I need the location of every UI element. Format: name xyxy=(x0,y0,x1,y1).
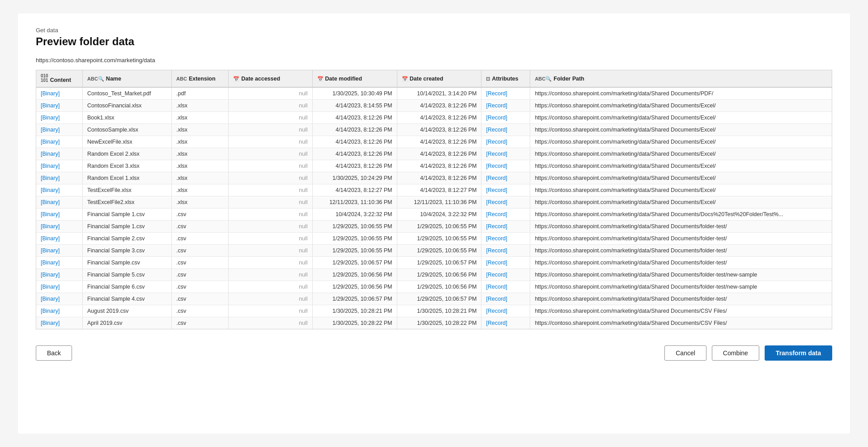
cell-attributes[interactable]: [Record] xyxy=(481,184,530,196)
cell-content[interactable]: [Binary] xyxy=(36,172,83,184)
cell-content[interactable]: [Binary] xyxy=(36,293,83,305)
cell-content[interactable]: [Binary] xyxy=(36,317,83,329)
cell-attributes[interactable]: [Record] xyxy=(481,269,530,281)
cell-content[interactable]: [Binary] xyxy=(36,100,83,112)
cell-date-modified: 1/29/2025, 10:06:55 PM xyxy=(312,221,397,233)
abc-icon-ext: ABC xyxy=(176,76,187,81)
cell-attributes[interactable]: [Record] xyxy=(481,221,530,233)
cell-name: Financial Sample 1.csv xyxy=(83,221,172,233)
col-header-date-modified[interactable]: 📅Date modified xyxy=(312,70,397,87)
cell-date-created: 4/14/2023, 8:12:26 PM xyxy=(397,136,481,148)
cell-content[interactable]: [Binary] xyxy=(36,269,83,281)
cell-date-created: 1/29/2025, 10:06:55 PM xyxy=(397,233,481,245)
table-row: [Binary]Random Excel 2.xlsx.xlsxnull4/14… xyxy=(36,148,832,160)
cell-attributes[interactable]: [Record] xyxy=(481,305,530,317)
table-row: [Binary]April 2019.csv.csvnull1/30/2025,… xyxy=(36,317,832,329)
cell-folder-path: https://contoso.sharepoint.com/marketing… xyxy=(530,209,832,221)
cell-extension: .xlsx xyxy=(172,124,229,136)
cell-content[interactable]: [Binary] xyxy=(36,305,83,317)
cell-content[interactable]: [Binary] xyxy=(36,160,83,172)
cell-name: Contoso_Test_Market.pdf xyxy=(83,87,172,100)
cell-content[interactable]: [Binary] xyxy=(36,148,83,160)
cell-attributes[interactable]: [Record] xyxy=(481,112,530,124)
cell-attributes[interactable]: [Record] xyxy=(481,233,530,245)
cell-attributes[interactable]: [Record] xyxy=(481,148,530,160)
table-row: [Binary]ContosoSample.xlsx.xlsxnull4/14/… xyxy=(36,124,832,136)
cell-folder-path: https://contoso.sharepoint.com/marketing… xyxy=(530,245,832,257)
cell-attributes[interactable]: [Record] xyxy=(481,100,530,112)
cell-date-created: 4/14/2023, 8:12:26 PM xyxy=(397,112,481,124)
cell-extension: .xlsx xyxy=(172,100,229,112)
cell-name: Financial Sample 6.csv xyxy=(83,281,172,293)
cell-name: August 2019.csv xyxy=(83,305,172,317)
table-row: [Binary]Financial Sample 1.csv.csvnull1/… xyxy=(36,221,832,233)
cell-date-modified: 1/30/2025, 10:30:49 PM xyxy=(312,87,397,100)
col-header-date-accessed[interactable]: 📅Date accessed xyxy=(229,70,312,87)
combine-button[interactable]: Combine xyxy=(712,345,759,361)
cell-attributes[interactable]: [Record] xyxy=(481,160,530,172)
cell-date-created: 10/4/2024, 3:22:32 PM xyxy=(397,209,481,221)
cell-content[interactable]: [Binary] xyxy=(36,221,83,233)
cell-attributes[interactable]: [Record] xyxy=(481,245,530,257)
cell-content[interactable]: [Binary] xyxy=(36,124,83,136)
col-header-folder-path[interactable]: ABC🔍Folder Path xyxy=(530,70,832,87)
back-button[interactable]: Back xyxy=(36,345,72,361)
cell-attributes[interactable]: [Record] xyxy=(481,196,530,209)
cell-date-modified: 1/30/2025, 10:28:21 PM xyxy=(312,305,397,317)
col-header-attributes[interactable]: ⊡Attributes xyxy=(481,70,530,87)
col-header-date-created[interactable]: 📅Date created xyxy=(397,70,481,87)
cell-date-modified: 1/29/2025, 10:06:57 PM xyxy=(312,257,397,269)
cell-attributes[interactable]: [Record] xyxy=(481,87,530,100)
cell-content[interactable]: [Binary] xyxy=(36,184,83,196)
cell-folder-path: https://contoso.sharepoint.com/marketing… xyxy=(530,172,832,184)
cell-name: Financial Sample 3.csv xyxy=(83,245,172,257)
cancel-button[interactable]: Cancel xyxy=(664,345,706,361)
table-row: [Binary]Financial Sample 3.csv.csvnull1/… xyxy=(36,245,832,257)
get-data-label: Get data xyxy=(36,27,832,34)
preview-table: 010101Content ABC🔍Name ABCExtension 📅Dat… xyxy=(36,70,832,329)
cell-date-accessed: null xyxy=(229,257,312,269)
binary-icon: 010101 xyxy=(41,74,48,83)
cell-attributes[interactable]: [Record] xyxy=(481,136,530,148)
transform-data-button[interactable]: Transform data xyxy=(765,345,832,361)
cell-attributes[interactable]: [Record] xyxy=(481,172,530,184)
cell-attributes[interactable]: [Record] xyxy=(481,281,530,293)
cell-name: TestExcelFile2.xlsx xyxy=(83,196,172,209)
cell-content[interactable]: [Binary] xyxy=(36,233,83,245)
abc-search-icon: ABC🔍 xyxy=(87,76,104,82)
table-row: [Binary]Random Excel 1.xlsx.xlsxnull1/30… xyxy=(36,172,832,184)
cal-icon-accessed: 📅 xyxy=(233,76,239,82)
cell-date-created: 4/14/2023, 8:12:26 PM xyxy=(397,160,481,172)
cell-content[interactable]: [Binary] xyxy=(36,112,83,124)
table-header-row: 010101Content ABC🔍Name ABCExtension 📅Dat… xyxy=(36,70,832,87)
cell-extension: .csv xyxy=(172,269,229,281)
col-header-content[interactable]: 010101Content xyxy=(36,70,83,87)
cell-date-accessed: null xyxy=(229,184,312,196)
cell-name: ContosoSample.xlsx xyxy=(83,124,172,136)
cell-date-modified: 1/29/2025, 10:06:55 PM xyxy=(312,233,397,245)
cell-date-accessed: null xyxy=(229,269,312,281)
cell-content[interactable]: [Binary] xyxy=(36,196,83,209)
cell-content[interactable]: [Binary] xyxy=(36,209,83,221)
cell-content[interactable]: [Binary] xyxy=(36,257,83,269)
cell-attributes[interactable]: [Record] xyxy=(481,209,530,221)
cell-name: Random Excel 2.xlsx xyxy=(83,148,172,160)
cell-date-accessed: null xyxy=(229,233,312,245)
cell-content[interactable]: [Binary] xyxy=(36,281,83,293)
cell-date-modified: 1/29/2025, 10:06:57 PM xyxy=(312,293,397,305)
cell-attributes[interactable]: [Record] xyxy=(481,124,530,136)
col-header-name[interactable]: ABC🔍Name xyxy=(83,70,172,87)
table-row: [Binary]Financial Sample 4.csv.csvnull1/… xyxy=(36,293,832,305)
cell-attributes[interactable]: [Record] xyxy=(481,293,530,305)
cell-content[interactable]: [Binary] xyxy=(36,87,83,100)
cell-attributes[interactable]: [Record] xyxy=(481,317,530,329)
cell-date-accessed: null xyxy=(229,281,312,293)
cell-attributes[interactable]: [Record] xyxy=(481,257,530,269)
cell-extension: .csv xyxy=(172,305,229,317)
cell-date-created: 1/29/2025, 10:06:55 PM xyxy=(397,221,481,233)
cell-content[interactable]: [Binary] xyxy=(36,245,83,257)
cell-content[interactable]: [Binary] xyxy=(36,136,83,148)
cell-date-created: 4/14/2023, 8:12:26 PM xyxy=(397,172,481,184)
table-row: [Binary]Financial Sample.csv.csvnull1/29… xyxy=(36,257,832,269)
col-header-extension[interactable]: ABCExtension xyxy=(172,70,229,87)
